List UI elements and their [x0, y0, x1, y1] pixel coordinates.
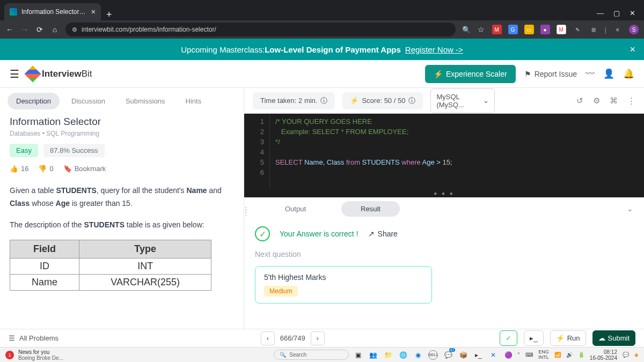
volume-icon[interactable]: 🔊 — [566, 352, 573, 358]
profile-avatar[interactable]: S — [629, 25, 639, 34]
next-problem-button[interactable]: › — [311, 331, 325, 345]
wifi-icon[interactable]: 📶 — [554, 352, 561, 358]
reload-icon[interactable]: ⟳ — [35, 25, 44, 34]
clock[interactable]: 08:12 16-05-2024 — [590, 349, 617, 361]
share-button[interactable]: ↗ Share — [368, 230, 398, 238]
site-settings-icon[interactable]: ⚙ — [72, 26, 77, 33]
line-gutter: 123456 — [244, 114, 270, 189]
battery-icon[interactable]: 🔋 — [578, 352, 584, 358]
ext-icon-4[interactable]: ● — [540, 25, 550, 34]
banner-register-link[interactable]: Register Now -> — [405, 45, 463, 54]
more-icon[interactable]: ⋮ — [627, 96, 635, 106]
reading-list-icon[interactable]: ≡ — [613, 25, 623, 34]
submit-button[interactable]: ☁ Submit — [592, 330, 635, 346]
chrome-icon[interactable]: 🌐 — [398, 350, 408, 360]
flag-icon: ⚑ — [524, 70, 531, 78]
table-cell: VARCHAR(255) — [79, 275, 211, 291]
news-subtitle: Boeing Broke De... — [18, 355, 63, 361]
minimize-icon[interactable]: — — [597, 9, 604, 17]
schema-table: FieldType IDINT NameVARCHAR(255) — [10, 240, 211, 291]
panel-drag-handle[interactable]: ● ● ● — [244, 189, 644, 197]
new-tab-button[interactable]: + — [101, 9, 118, 20]
all-problems-label: All Problems — [19, 334, 58, 342]
terminal-icon[interactable]: ▸_ — [473, 350, 483, 360]
share-icon: ↗ — [368, 230, 375, 238]
teams-icon[interactable]: 👥 — [368, 350, 378, 360]
problem-title: Information Selector — [10, 116, 234, 128]
experience-scaler-button[interactable]: ⚡ Experience Scaler — [425, 65, 516, 83]
edge-icon[interactable]: ◉ — [413, 350, 423, 360]
vscode-icon[interactable]: ✕ — [488, 350, 498, 360]
run-button[interactable]: ⚡ Run — [550, 330, 586, 346]
reset-icon[interactable]: ↺ — [576, 96, 583, 106]
ext-icon-6[interactable]: ✎ — [573, 25, 582, 34]
terminal-button[interactable]: ▸_ — [524, 330, 543, 346]
downvote-button[interactable]: 👎0 — [38, 165, 53, 173]
zoom-icon[interactable]: 🔍 — [462, 26, 471, 34]
collapse-icon[interactable]: ⌄ — [627, 204, 633, 213]
language-select[interactable]: MySQL (MySQ... ⌄ — [430, 88, 495, 113]
chevron-up-icon[interactable]: ˄ — [517, 352, 520, 358]
scaler-btn-label: Experience Scaler — [446, 70, 507, 78]
bolt-icon: ⚡ — [350, 97, 358, 105]
logo-mark-icon — [24, 65, 41, 82]
all-problems-link[interactable]: ☰ All Problems — [9, 334, 58, 342]
maximize-icon[interactable]: ▢ — [613, 9, 620, 17]
dell-icon[interactable]: DELL — [428, 350, 438, 360]
bookmark-star-icon[interactable]: ☆ — [477, 25, 486, 34]
activity-icon[interactable]: 〰 — [586, 69, 595, 79]
tab-result[interactable]: Result — [341, 201, 400, 217]
taskbar-news[interactable]: News for you Boeing Broke De... — [18, 349, 63, 361]
code-editor[interactable]: 123456 /* YOUR QUERY GOES HERE Example: … — [244, 114, 644, 189]
tab-submissions[interactable]: Submissions — [117, 93, 174, 109]
tab-output[interactable]: Output — [266, 201, 325, 217]
table-cell: ID — [10, 258, 79, 275]
code-content[interactable]: /* YOUR QUERY GOES HERE Example: SELECT … — [270, 114, 458, 189]
copilot-icon[interactable]: ◆ — [634, 352, 639, 358]
taskbar-search[interactable]: 🔍 Search — [274, 350, 349, 360]
upvote-button[interactable]: 👍16 — [10, 165, 28, 173]
language-label: MySQL (MySQ... — [436, 93, 479, 109]
extensions-icon[interactable]: ⊞ — [589, 25, 598, 34]
ext-icon-1[interactable]: M — [492, 25, 502, 34]
close-tab-icon[interactable]: × — [91, 8, 96, 16]
info-icon[interactable]: ⓘ — [408, 96, 415, 106]
keyboard-icon[interactable]: ⌘ — [610, 96, 618, 106]
app-icon-2[interactable]: 🟣 — [503, 350, 513, 360]
prev-problem-button[interactable]: ‹ — [261, 331, 275, 345]
back-icon[interactable]: ← — [5, 25, 14, 34]
tab-hints[interactable]: Hints — [177, 93, 210, 109]
search-placeholder: Search — [289, 352, 306, 358]
browser-tab[interactable]: Information Selector | Interview... × — [4, 3, 101, 20]
ext-icon-5[interactable]: M — [557, 25, 566, 34]
home-icon[interactable]: ⌂ — [50, 25, 59, 34]
user-icon[interactable]: 👤 — [603, 68, 614, 79]
promo-banner: Upcoming Masterclass: Low-Level Design o… — [0, 39, 644, 60]
ext-icon-3[interactable]: ▭ — [524, 25, 534, 34]
language-indicator[interactable]: ENG INTL — [538, 350, 549, 360]
url-bar[interactable]: ⚙ interviewbit.com/problems/information-… — [65, 23, 456, 36]
report-issue-link[interactable]: ⚑ Report Issue — [524, 70, 577, 78]
whatsapp-icon[interactable]: 💬47 — [443, 350, 453, 360]
logo[interactable]: InterviewBit — [27, 68, 92, 80]
bell-icon[interactable]: 🔔 — [623, 68, 634, 79]
report-label: Report Issue — [535, 70, 577, 78]
info-icon[interactable]: ⓘ — [320, 96, 327, 106]
thumbs-up-icon: 👍 — [10, 165, 18, 173]
tab-discussion[interactable]: Discussion — [63, 93, 114, 109]
menu-icon[interactable]: ☰ — [10, 68, 19, 80]
explorer-icon[interactable]: 📁 — [383, 350, 393, 360]
forward-icon[interactable]: → — [20, 25, 29, 34]
ext-icon-2[interactable]: G — [508, 25, 518, 34]
notifications-icon[interactable]: 💬 — [623, 352, 629, 358]
next-question-card[interactable]: 5'th Highest Marks Medium — [255, 266, 432, 304]
close-banner-icon[interactable]: × — [630, 44, 635, 55]
taskview-icon[interactable]: ▣ — [353, 350, 363, 360]
keyboard-tray-icon[interactable]: ⌨ — [525, 352, 533, 358]
pager-text: 666/749 — [280, 334, 305, 342]
settings-icon[interactable]: ⚙ — [593, 96, 600, 106]
bookmark-button[interactable]: 🔖Bookmark — [63, 165, 106, 173]
close-window-icon[interactable]: ✕ — [630, 9, 635, 17]
tab-description[interactable]: Description — [8, 93, 60, 109]
app-icon[interactable]: 📦 — [458, 350, 468, 360]
